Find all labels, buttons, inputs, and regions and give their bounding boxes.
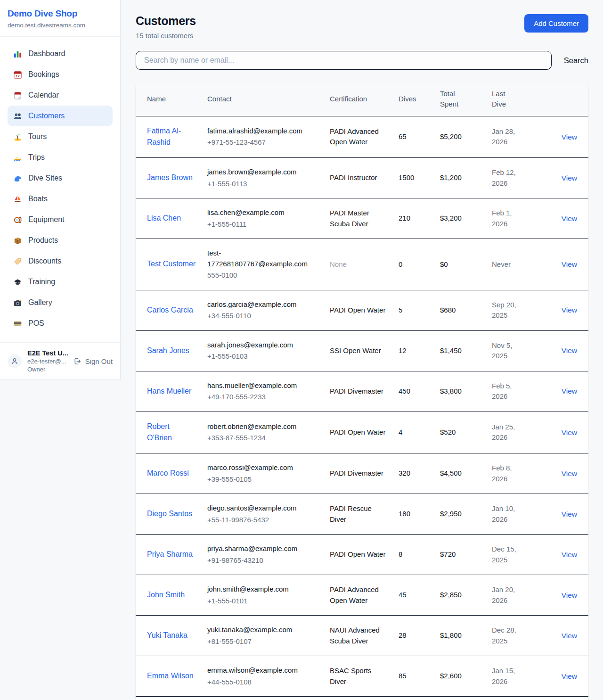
customer-total-spent: $1,200 [434, 158, 486, 198]
customer-phone: +1-555-0111 [207, 219, 318, 230]
customer-contact: marco.rossi@example.com+39-555-0105 [202, 453, 324, 494]
customer-certification: PADI Master Scuba Diver [324, 198, 393, 239]
user-email: e2e-tester@... [27, 358, 67, 365]
view-link[interactable]: View [562, 306, 577, 314]
customer-name-link[interactable]: Yuki Tanaka [147, 631, 187, 639]
customer-dives: 0 [393, 239, 434, 290]
customer-name-link[interactable]: Emma Wilson [147, 672, 194, 680]
sidebar-user-footer: E2E Test U... e2e-tester@... Owner Sign … [0, 342, 120, 379]
boats-sailboat-icon [13, 195, 22, 204]
table-row: Keiko Yamamotokeiko.yamamoto@example.com… [136, 697, 588, 700]
customer-email: priya.sharma@example.com [207, 544, 318, 554]
customer-last-dive: Dec 28, 2025 [486, 616, 529, 656]
column-header: Certification [324, 82, 393, 116]
main-content: Customers 15 total customers Add Custome… [121, 0, 603, 700]
sidebar-item-calendar[interactable]: Calendar [8, 85, 113, 106]
customer-last-dive: Feb 12, 2026 [486, 158, 529, 198]
customer-contact: emma.wilson@example.com+44-555-0108 [202, 656, 324, 697]
customer-name-link[interactable]: James Brown [147, 173, 193, 181]
customer-name-link[interactable]: Test Customer [147, 260, 196, 268]
table-row: Diego Santosdiego.santos@example.com+55-… [136, 494, 588, 535]
view-link[interactable]: View [562, 428, 577, 436]
customer-total-spent: $2,950 [434, 494, 486, 535]
view-link[interactable]: View [562, 214, 577, 222]
view-link[interactable]: View [562, 591, 577, 599]
sidebar-item-label: Discounts [28, 257, 61, 265]
sign-out-button[interactable]: Sign Out [73, 357, 113, 366]
sidebar-item-tours[interactable]: Tours [8, 126, 113, 147]
dive-sites-wave-icon [13, 174, 22, 183]
customer-name-link[interactable]: Marco Rossi [147, 469, 189, 477]
svg-text:17: 17 [16, 74, 19, 78]
sidebar-item-dive-sites[interactable]: Dive Sites [8, 168, 113, 189]
customer-contact: john.smith@example.com+1-555-0101 [202, 575, 324, 616]
sidebar-item-pos[interactable]: POS [8, 313, 113, 334]
customer-contact: robert.obrien@example.com+353-87-555-123… [202, 412, 324, 453]
shop-name[interactable]: Demo Dive Shop [8, 8, 113, 19]
search-button[interactable]: Search [552, 56, 588, 65]
customer-contact: diego.santos@example.com+55-11-99876-543… [202, 494, 324, 535]
customer-name-link[interactable]: Lisa Chen [147, 214, 181, 222]
column-header: Contact [202, 82, 324, 116]
bookings-calendar-icon: 17 [13, 70, 22, 79]
table-row: Sarah Jonessarah.jones@example.com+1-555… [136, 330, 588, 371]
user-icon [10, 356, 19, 366]
sidebar-item-customers[interactable]: Customers [8, 106, 113, 126]
sidebar-item-equipment[interactable]: Equipment [8, 209, 113, 230]
customer-dives: 12 [393, 330, 434, 371]
customer-total-spent: $1,800 [434, 616, 486, 656]
customer-name-link[interactable]: Hans Mueller [147, 387, 191, 395]
customer-phone: +1-555-0101 [207, 596, 318, 607]
search-input[interactable] [136, 51, 552, 70]
sidebar-item-gallery[interactable]: Gallery [8, 292, 113, 313]
sidebar-item-discounts[interactable]: Discounts [8, 251, 113, 272]
customer-name-link[interactable]: Priya Sharma [147, 550, 193, 558]
customer-phone: +353-87-555-1234 [207, 433, 318, 444]
customer-phone: +1-555-0113 [207, 179, 318, 189]
shop-domain: demo.test.divestreams.com [8, 22, 113, 29]
table-row: Yuki Tanakayuki.tanaka@example.com+81-55… [136, 616, 588, 656]
customer-count: 15 total customers [136, 32, 196, 40]
customer-total-spent: $2,850 [434, 575, 486, 616]
sidebar-item-trips[interactable]: Trips [8, 147, 113, 168]
customer-contact: james.brown@example.com+1-555-0113 [202, 158, 324, 198]
customers-icon [13, 112, 22, 121]
view-link[interactable]: View [562, 346, 577, 354]
sidebar-item-products[interactable]: Products [8, 230, 113, 251]
customers-table-card: NameContactCertificationDivesTotal Spent… [136, 82, 588, 700]
view-link[interactable]: View [562, 387, 577, 395]
add-customer-button[interactable]: Add Customer [524, 14, 588, 33]
page-header: Customers 15 total customers Add Custome… [136, 14, 588, 40]
customer-certification: PADI Advanced Open Water [324, 575, 393, 616]
view-link[interactable]: View [562, 469, 577, 478]
customer-email: emma.wilson@example.com [207, 665, 318, 676]
pos-card-icon [13, 319, 22, 328]
view-link[interactable]: View [562, 260, 577, 268]
trips-boat-icon [13, 153, 22, 162]
view-link[interactable]: View [562, 133, 577, 141]
sidebar-item-training[interactable]: Training [8, 272, 113, 292]
customer-contact: keiko.yamamoto@example.com+81-90-1234-56… [202, 697, 324, 700]
customer-name-link[interactable]: John Smith [147, 591, 185, 599]
view-link[interactable]: View [562, 174, 577, 182]
view-link[interactable]: View [562, 672, 577, 680]
sidebar-item-label: Calendar [28, 91, 59, 99]
customer-dives: 28 [393, 616, 434, 656]
sidebar-item-boats[interactable]: Boats [8, 189, 113, 209]
customer-dives: 5 [393, 290, 434, 330]
sidebar-item-bookings[interactable]: 17Bookings [8, 64, 113, 85]
customer-name-link[interactable]: Diego Santos [147, 510, 192, 518]
customer-name-link[interactable]: Fatima Al-Rashid [147, 127, 181, 147]
sidebar-item-dashboard[interactable]: Dashboard [8, 43, 113, 64]
customer-certification: PADI Open Water [324, 535, 393, 575]
customer-total-spent: $5,200 [434, 116, 486, 158]
customer-dives: 85 [393, 656, 434, 697]
view-link[interactable]: View [562, 551, 577, 559]
customer-name-link[interactable]: Carlos Garcia [147, 306, 193, 314]
customer-name-link[interactable]: Sarah Jones [147, 346, 189, 354]
view-link[interactable]: View [562, 510, 577, 518]
sign-out-label: Sign Out [85, 357, 113, 365]
customer-contact: fatima.alrashid@example.com+971-55-123-4… [202, 116, 324, 158]
view-link[interactable]: View [562, 632, 577, 640]
customer-name-link[interactable]: Robert O'Brien [147, 422, 172, 442]
